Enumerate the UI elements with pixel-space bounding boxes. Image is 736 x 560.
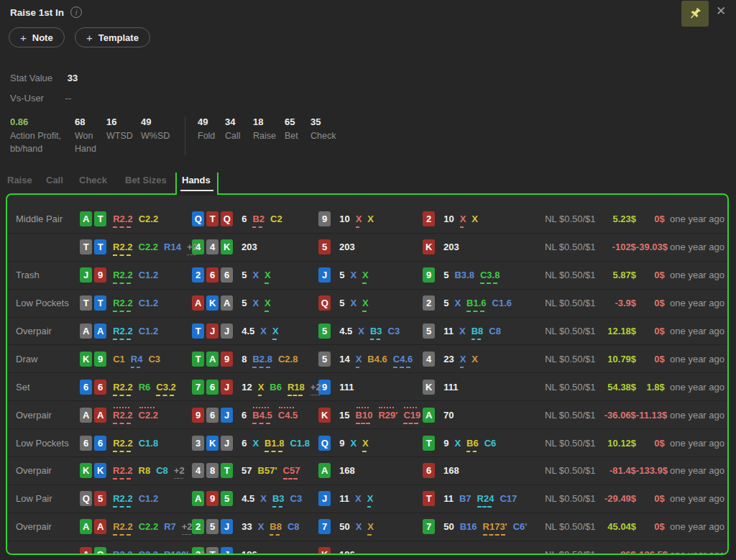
profit-value: 10.12$ [599,438,637,449]
card-chip: Q [221,211,233,226]
river-cell: T11B7R24C17 [423,491,545,506]
hand-category: Middle Pair [16,214,80,224]
stakes-label: NL $0.50/$1 [545,270,599,280]
profit-value: -29.49$ [599,493,637,504]
board-cards: A [423,408,437,423]
stat-number: 0.86 [10,116,75,127]
action-token: X [460,214,466,224]
hand-timestamp: one year ago [665,214,727,224]
card-chip: 3 [192,436,204,451]
action-token: B2.8 [252,354,272,364]
board-cards: 5 [318,239,333,254]
stakes-label: NL $0.50/$1 [545,382,599,393]
hand-row[interactable]: Low PocketsTTR2.2C1.2AKA5XXQ5XX25XB1.6C1… [7,289,727,317]
stat-check: 35Check [310,116,343,155]
stat-number: 49 [198,116,225,127]
stat-number: 34 [225,116,253,127]
board-cards: Q [318,295,333,311]
action-token: X [252,270,259,280]
pot-size: 5 [339,298,344,308]
turn-cell: 910XX [318,211,423,226]
hand-row[interactable]: OverpairKKR2.2R8C8+248T57B57'C57A1686168… [7,456,727,485]
preflop-cell: TTR2.2C2.2R14+2 [80,239,192,254]
hand-row[interactable]: OverpairAAR2.2C1.2TJJ4.5XX54.5XB3C3511XB… [7,317,727,345]
tab-check[interactable]: Check [79,175,107,185]
board-cards: TA9 [192,352,235,367]
hand-category: Overpair [16,326,80,336]
hand-row[interactable]: Middle PairATR2.2C2.2QTQ6B2C2910XX210XXN… [7,205,727,233]
hand-category: Low Pair [16,493,80,504]
turn-cell: K186 [318,547,423,555]
action-token: C2.2 [139,549,158,555]
profit-value: -102$ [599,242,635,252]
card-chip: A [80,408,92,423]
card-chip: J [221,380,233,395]
hand-row[interactable]: DrawK9C1R4C3TA98B2.8C2.8514XB4.6C4.6423X… [7,344,727,372]
action-token: C8 [288,521,300,532]
card-chip: K [206,295,218,311]
tab-hands[interactable]: Hands [182,175,211,185]
vs-user-label: Vs-User [10,93,44,104]
profit-value: 45.04$ [599,521,637,532]
turn-cell: 514XB4.6C4.6 [318,352,423,367]
card-chip: K [318,408,331,423]
action-token: X [367,521,374,532]
river-cell: K203 [423,239,545,254]
flop-cell: 2665XX [192,267,318,283]
rake-value: -136.5$ [636,549,665,555]
card-chip: 9 [206,491,218,506]
card-chip: J [318,491,331,506]
pot-size: 11 [339,493,349,504]
hand-row[interactable]: TrashJ9R2.2C1.22665XXJ5XX95B3.8C3.8NL $0… [7,261,727,289]
close-icon[interactable]: ✕ [716,5,726,17]
board-cards: K [318,408,333,423]
card-chip: K [221,239,233,254]
board-cards: J [318,491,333,506]
action-token: C1 [113,354,125,364]
pot-size: 5 [443,298,448,308]
action-token: C6 [484,438,497,449]
card-chip: A [80,519,92,534]
hole-cards: AA [80,408,109,423]
tab-raise[interactable]: Raise [7,175,32,185]
tab-call[interactable]: Call [46,175,63,185]
hand-row[interactable]: Set66R2.2R6C3.276J12XB6R18+29111K111NL $… [7,372,727,400]
rake-value: 0$ [636,354,665,364]
action-token: X [350,438,356,449]
rake-value: 0$ [636,521,665,532]
hand-row[interactable]: TTR2.2C2.2R14+244K2035203K203NL $0.50/$1… [7,233,727,261]
card-chip: J [318,267,331,283]
stakes-label: NL $0.50/$1 [545,298,599,308]
add-note-button[interactable]: + Note [9,27,65,47]
info-icon[interactable]: i [70,6,82,18]
pin-button[interactable] [681,1,709,27]
action-token: +2 [310,382,321,393]
hand-row[interactable]: OverpairAAR2.2C2.296J6B4.5C4.5K15B10R29'… [7,400,727,428]
preflop-cell: K9C1R4C3 [80,352,192,367]
hand-row[interactable]: OverpairAAR2.2C2.2R7+225J33XB8C8750XX750… [7,513,727,541]
action-token: R2.2 [113,521,132,532]
action-token: B3.8 [454,270,474,280]
hand-row[interactable]: AQR2.2C2.2R100'+29TJ186K186NL $0.50/$1-8… [7,541,727,555]
card-chip: T [206,547,218,555]
card-chip: A [94,519,106,534]
tab-bet-sizes[interactable]: Bet Sizes [125,175,167,185]
stat-number: 18 [253,116,285,127]
hand-row[interactable]: Low Pockets66R2.2C1.83KJ6XB1.8C1.8Q9XXT9… [7,428,727,456]
add-template-button[interactable]: + Template [75,27,150,47]
card-chip: 2 [423,211,435,226]
stat-label: W%SD [141,129,185,142]
hole-cards: TT [80,295,109,311]
action-token: R18 [288,382,305,393]
flop-cell: QTQ6B2C2 [192,211,318,226]
card-chip: A [206,352,218,367]
add-note-label: Note [32,32,53,43]
profit-value: 5.23$ [599,214,637,224]
plus-icon: + [86,32,93,44]
action-token: R2.2 [113,549,132,555]
action-token: C3 [388,326,400,336]
card-chip: T [192,352,204,367]
action-token: X [264,298,271,308]
action-token: R29' [378,410,397,421]
hand-row[interactable]: Low PairQ5R2.2C1.2A954.5XB3C3J11XXT11B7R… [7,485,727,513]
